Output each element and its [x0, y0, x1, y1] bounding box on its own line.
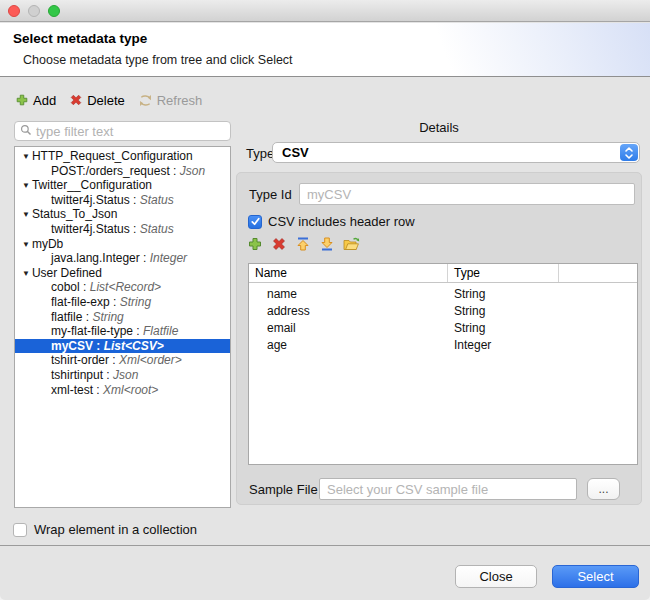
tree-item-label: xml-test [51, 383, 93, 397]
type-id-input[interactable] [299, 183, 635, 205]
tree-item-label: twitter4j.Status [51, 222, 130, 236]
tree-item-separator: : [93, 339, 104, 353]
fields-table-header[interactable]: Name Type [249, 264, 637, 283]
tree-item-type: Integer [150, 251, 187, 265]
tree-item-label: flatfile [51, 310, 82, 324]
tree-item[interactable]: ▼Twitter__Configuration [15, 178, 230, 193]
disclosure-triangle-icon[interactable]: ▼ [22, 208, 30, 223]
footer-divider [0, 545, 650, 546]
search-icon [20, 124, 32, 139]
tree-item[interactable]: myCSV : List<CSV> [15, 339, 230, 354]
column-header-empty [559, 264, 637, 282]
column-header-name[interactable]: Name [249, 264, 448, 282]
field-type-cell: Integer [448, 337, 559, 354]
tree-item[interactable]: tshirtinput : Json [15, 368, 230, 383]
tree-item-label: Twitter__Configuration [32, 178, 152, 192]
tree-item[interactable]: java.lang.Integer : Integer [15, 251, 230, 266]
tree-item[interactable]: tshirt-order : Xml<order> [15, 353, 230, 368]
delete-field-icon[interactable] [271, 236, 287, 252]
tree-item-separator: : [93, 383, 103, 397]
metadata-tree[interactable]: ▼HTTP_Request_ConfigurationPOST:/orders_… [14, 146, 231, 508]
tree-item-type: String [92, 310, 123, 324]
type-id-label: Type Id [249, 187, 292, 202]
tree-item[interactable]: xml-test : Xml<root> [15, 383, 230, 398]
tree-item-type: Json [180, 164, 205, 178]
tree-item[interactable]: ▼myDb [15, 237, 230, 252]
type-select[interactable]: CSV [272, 142, 640, 163]
refresh-button[interactable]: Refresh [138, 93, 203, 108]
disclosure-triangle-icon[interactable]: ▼ [22, 179, 30, 194]
tree-item-label: HTTP_Request_Configuration [32, 149, 193, 163]
disclosure-triangle-icon[interactable]: ▼ [22, 267, 30, 282]
dialog-header: Select metadata type Choose metadata typ… [0, 23, 650, 77]
field-name-cell: address [249, 303, 448, 320]
tree-item[interactable]: twitter4j.Status : Status [15, 193, 230, 208]
tree-item-label: tshirt-order [51, 353, 109, 367]
tree-filter-input[interactable] [36, 124, 225, 139]
tree-item-separator: : [103, 368, 113, 382]
fields-toolbar [247, 236, 359, 252]
delete-x-icon [69, 93, 83, 107]
close-window-button[interactable] [8, 5, 20, 17]
tree-item-label: tshirtinput [51, 368, 103, 382]
import-file-icon[interactable] [343, 236, 359, 252]
delete-label: Delete [87, 93, 125, 108]
tree-item-label: flat-file-exp [51, 295, 110, 309]
close-button[interactable]: Close [455, 565, 537, 588]
add-field-icon[interactable] [247, 236, 263, 252]
tree-item[interactable]: POST:/orders_request : Json [15, 164, 230, 179]
tree-item-type: List<CSV> [104, 339, 164, 353]
tree-item[interactable]: flatfile : String [15, 310, 230, 325]
tree-toolbar: Add Delete Refresh [15, 90, 202, 110]
column-header-type[interactable]: Type [448, 264, 559, 282]
disclosure-triangle-icon[interactable]: ▼ [22, 238, 30, 253]
field-name-cell: name [249, 286, 448, 303]
browse-button[interactable]: ... [587, 478, 620, 500]
field-type-cell: String [448, 320, 559, 337]
combo-stepper-icon[interactable] [620, 144, 638, 161]
sample-file-input[interactable] [319, 478, 577, 500]
tree-item[interactable]: twitter4j.Status : Status [15, 222, 230, 237]
tree-item[interactable]: ▼HTTP_Request_Configuration [15, 149, 230, 164]
field-row[interactable]: addressString [249, 303, 637, 320]
select-metadata-type-dialog: Select metadata type Choose metadata typ… [0, 0, 650, 600]
tree-filter-box [14, 121, 231, 141]
tree-item[interactable]: my-flat-file-type : Flatfile [15, 324, 230, 339]
page-subtitle: Choose metadata type from tree and click… [23, 53, 293, 67]
tree-item-separator: : [110, 295, 120, 309]
select-button[interactable]: Select [552, 565, 639, 588]
fields-table-body: nameStringaddressStringemailStringageInt… [249, 283, 637, 354]
minimize-window-button[interactable] [28, 5, 40, 17]
field-name-cell: email [249, 320, 448, 337]
field-row[interactable]: nameString [249, 286, 637, 303]
move-up-icon[interactable] [295, 236, 311, 252]
tree-item[interactable]: ▼User Defined [15, 266, 230, 281]
header-row-checkbox[interactable] [248, 215, 262, 229]
tree-item-separator: : [109, 353, 119, 367]
disclosure-triangle-icon[interactable]: ▼ [22, 150, 30, 165]
tree-item-label: myDb [32, 237, 63, 251]
tree-item-type: Status [140, 193, 174, 207]
add-label: Add [33, 93, 56, 108]
fields-table[interactable]: Name Type nameStringaddressStringemailSt… [248, 263, 638, 465]
window-titlebar[interactable] [0, 0, 650, 22]
tree-item[interactable]: ▼Status_To_Json [15, 207, 230, 222]
field-row[interactable]: emailString [249, 320, 637, 337]
field-type-cell: String [448, 286, 559, 303]
field-row[interactable]: ageInteger [249, 337, 637, 354]
type-select-value: CSV [282, 145, 309, 160]
move-down-icon[interactable] [319, 236, 335, 252]
wrap-collection-checkbox[interactable] [13, 523, 27, 537]
delete-button[interactable]: Delete [69, 93, 125, 108]
type-label: Type [246, 146, 274, 161]
tree-item-separator: : [82, 310, 92, 324]
tree-item-separator: : [133, 324, 143, 338]
tree-item-separator: : [130, 193, 140, 207]
zoom-window-button[interactable] [48, 5, 60, 17]
refresh-icon [138, 93, 153, 108]
tree-item-type: String [120, 295, 151, 309]
add-button[interactable]: Add [15, 93, 56, 108]
tree-item-separator: : [130, 222, 140, 236]
tree-item[interactable]: cobol : List<Record> [15, 280, 230, 295]
tree-item[interactable]: flat-file-exp : String [15, 295, 230, 310]
